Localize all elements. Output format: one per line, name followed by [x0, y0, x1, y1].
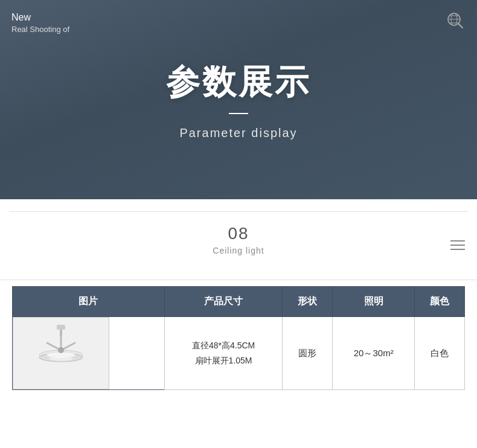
menu-icon[interactable] — [450, 240, 465, 252]
new-label: New — [11, 11, 69, 24]
hero-title-en: Parameter display — [179, 126, 297, 140]
svg-line-5 — [459, 24, 463, 28]
top-divider — [9, 211, 468, 212]
product-type: Ceiling light — [12, 246, 465, 255]
col-header-color: 颜色 — [415, 287, 465, 317]
shape-cell: 圆形 — [283, 317, 333, 390]
col-header-shape: 形状 — [283, 287, 333, 317]
col-header-image: 图片 — [13, 287, 165, 317]
lighting-cell: 20～30m² — [333, 317, 415, 390]
svg-point-18 — [49, 356, 73, 361]
product-image-cell — [13, 317, 109, 389]
svg-point-17 — [58, 347, 64, 353]
product-table: 图片 产品尺寸 形状 照明 颜色 — [12, 286, 465, 390]
table-header-row: 图片 产品尺寸 形状 照明 颜色 — [13, 287, 465, 317]
hero-divider — [229, 113, 248, 114]
hero-top-left: New Real Shooting of — [11, 11, 69, 36]
real-shooting-label: Real Shooting of — [11, 24, 69, 35]
col-header-dimensions: 产品尺寸 — [164, 287, 283, 317]
hero-title-cn: 参数展示 — [166, 60, 311, 106]
col-header-lighting: 照明 — [333, 287, 415, 317]
table-row: 直径48*高4.5CM 扇叶展开1.05M 圆形 20～30m² 白色 — [13, 317, 465, 390]
dimensions-cell: 直径48*高4.5CM 扇叶展开1.05M — [164, 317, 283, 390]
middle-section: 08 Ceiling light — [0, 199, 477, 280]
hero-section: New Real Shooting of 参数展示 Parameter disp… — [0, 0, 477, 199]
table-section: 图片 产品尺寸 形状 照明 颜色 — [0, 280, 477, 402]
search-icon[interactable] — [444, 11, 465, 33]
color-cell: 白色 — [415, 317, 465, 390]
ceiling-fan-image — [25, 323, 97, 383]
svg-rect-9 — [57, 325, 65, 330]
middle-row: 08 Ceiling light — [0, 224, 477, 274]
product-number: 08 — [12, 224, 465, 243]
